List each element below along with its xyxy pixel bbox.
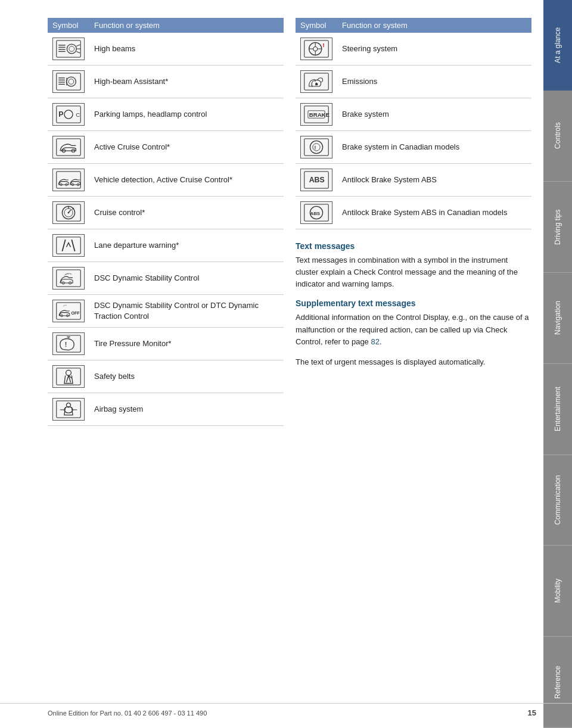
table-row: BRAKE Brake system — [296, 98, 531, 131]
symbol-cell-brake-canadian: ! — [296, 131, 337, 164]
text-messages-heading: Text messages — [296, 241, 531, 251]
sidebar: At a glanceControlsDriving tipsNavigatio… — [543, 0, 572, 728]
function-cell-dsc-dtc: DSC Dynamic Stability Control or DTC Dyn… — [89, 295, 284, 328]
right-col-symbol: Symbol — [296, 18, 337, 33]
page-wrapper: Symbol Function or system High beams — [0, 0, 572, 728]
function-cell-brake-canadian: Brake system in Canadian models — [337, 131, 531, 164]
function-cell-brake: Brake system — [337, 98, 531, 131]
symbol-icon-safety-belts — [52, 365, 85, 388]
symbol-cell-dsc — [48, 262, 89, 295]
symbol-icon-high-beam-assistant — [52, 70, 85, 93]
symbol-cell-parking-lamps: P C — [48, 98, 89, 131]
symbol-icon-emissions — [300, 70, 332, 93]
symbol-cell-safety-belts — [48, 360, 89, 393]
symbol-icon-dsc — [52, 267, 85, 290]
function-cell-active-cruise: Active Cruise Control* — [89, 131, 284, 164]
table-row: Vehicle detection, Active Cruise Control… — [48, 164, 284, 197]
table-row: ! Tire Pressure Monitor* — [48, 328, 284, 360]
function-cell-tire-pressure: Tire Pressure Monitor* — [89, 328, 284, 360]
symbol-cell-steering: ! — [296, 33, 337, 66]
symbol-cell-abs: ABS — [296, 164, 337, 197]
function-cell-high-beam-assistant: High-beam Assistant* — [89, 66, 284, 98]
symbol-cell-lane-departure — [48, 229, 89, 262]
sidebar-tab-communication[interactable]: Communication — [543, 455, 572, 546]
svg-rect-39 — [57, 270, 81, 287]
sidebar-tab-navigation[interactable]: Navigation — [543, 273, 572, 364]
function-cell-dsc: DSC Dynamic Stability Control — [89, 262, 284, 295]
function-cell-steering: Steering system — [337, 33, 531, 66]
symbol-icon-abs-canadian: ABS — [300, 201, 332, 224]
table-row: Safety belts — [48, 360, 284, 393]
symbol-cell-airbag — [48, 393, 89, 426]
svg-rect-36 — [57, 237, 81, 254]
text-messages-section: Text messages Text messages in combinati… — [296, 241, 531, 368]
function-cell-emissions: Emissions — [337, 66, 531, 98]
svg-text:P: P — [58, 110, 63, 119]
symbol-icon-abs: ABS — [300, 169, 332, 191]
table-row: ! Steering system — [296, 33, 531, 66]
function-cell-high-beams: High beams — [89, 33, 284, 66]
table-row: Active Cruise Control* — [48, 131, 284, 164]
svg-rect-67 — [304, 73, 329, 90]
symbol-icon-lane-departure — [52, 234, 85, 257]
left-column: Symbol Function or system High beams — [48, 18, 284, 692]
symbol-icon-brake: BRAKE — [300, 103, 332, 126]
svg-line-37 — [62, 239, 65, 251]
right-symbol-table: Symbol Function or system ! Steering sys… — [296, 18, 531, 229]
svg-point-35 — [68, 212, 70, 214]
supplementary-body2: The text of urgent messages is displayed… — [296, 356, 531, 368]
sidebar-tab-controls[interactable]: Controls — [543, 91, 572, 182]
symbol-icon-dsc-dtc: OFF — [52, 300, 85, 322]
svg-point-2 — [69, 46, 74, 52]
svg-point-1 — [67, 44, 76, 54]
table-row: ! Brake system in Canadian models — [296, 131, 531, 164]
table-row: Lane departure warning* — [48, 229, 284, 262]
function-cell-safety-belts: Safety belts — [89, 360, 284, 393]
table-row: P C Parking lamps, headlamp control — [48, 98, 284, 131]
symbol-icon-high-beams — [52, 38, 85, 60]
sidebar-tab-driving-tips[interactable]: Driving tips — [543, 182, 572, 273]
svg-text:!: ! — [314, 145, 316, 151]
svg-point-11 — [66, 77, 76, 86]
svg-text:BRAKE: BRAKE — [309, 111, 329, 118]
function-cell-cruise-control: Cruise control* — [89, 197, 284, 229]
symbol-cell-active-cruise — [48, 131, 89, 164]
svg-line-9 — [76, 51, 80, 53]
right-col-function: Function or system — [337, 18, 531, 33]
symbol-icon-airbag — [52, 398, 85, 421]
svg-point-12 — [69, 79, 74, 85]
symbol-icon-parking-lamps: P C — [52, 103, 85, 126]
table-row: Airbag system — [48, 393, 284, 426]
function-cell-lane-departure: Lane departure warning* — [89, 229, 284, 262]
right-column: Symbol Function or system ! Steering sys… — [296, 18, 531, 692]
page-number: 15 — [528, 708, 536, 717]
symbol-cell-cruise-control — [48, 197, 89, 229]
table-row: OFF DSC Dynamic Stability Control or DTC… — [48, 295, 284, 328]
sidebar-tab-mobility[interactable]: Mobility — [543, 546, 572, 637]
text-messages-body: Text messages in combination with a symb… — [296, 254, 531, 290]
svg-line-7 — [76, 45, 80, 46]
symbol-icon-steering: ! — [300, 38, 332, 60]
page-link[interactable]: 82 — [371, 337, 379, 346]
symbol-cell-emissions — [296, 66, 337, 98]
main-content: Symbol Function or system High beams — [0, 0, 543, 728]
page-footer: Online Edition for Part no. 01 40 2 606 … — [0, 703, 572, 717]
svg-text:ABS: ABS — [309, 176, 325, 184]
sidebar-tab-entertainment[interactable]: Entertainment — [543, 364, 572, 455]
symbol-icon-brake-canadian: ! — [300, 136, 332, 158]
footer-text: Online Edition for Part no. 01 40 2 606 … — [48, 710, 207, 717]
table-row: ABS Antilock Brake System ABS in Canadia… — [296, 197, 531, 229]
left-col-symbol: Symbol — [48, 18, 89, 33]
left-symbol-table: Symbol Function or system High beams — [48, 18, 284, 426]
table-row: High beams — [48, 33, 284, 66]
table-row: Cruise control* — [48, 197, 284, 229]
svg-line-52 — [66, 375, 69, 382]
left-col-function: Function or system — [89, 18, 284, 33]
supplementary-heading: Supplementary text messages — [296, 298, 531, 308]
svg-text:C: C — [76, 111, 80, 118]
sidebar-tab-at-a-glance[interactable]: At a glance — [543, 0, 572, 91]
function-cell-abs: Antilock Brake System ABS — [337, 164, 531, 197]
symbol-icon-tire-pressure: ! — [52, 332, 85, 355]
supplementary-body1: Additional information on the Control Di… — [296, 312, 531, 347]
svg-text:OFF: OFF — [71, 311, 80, 315]
